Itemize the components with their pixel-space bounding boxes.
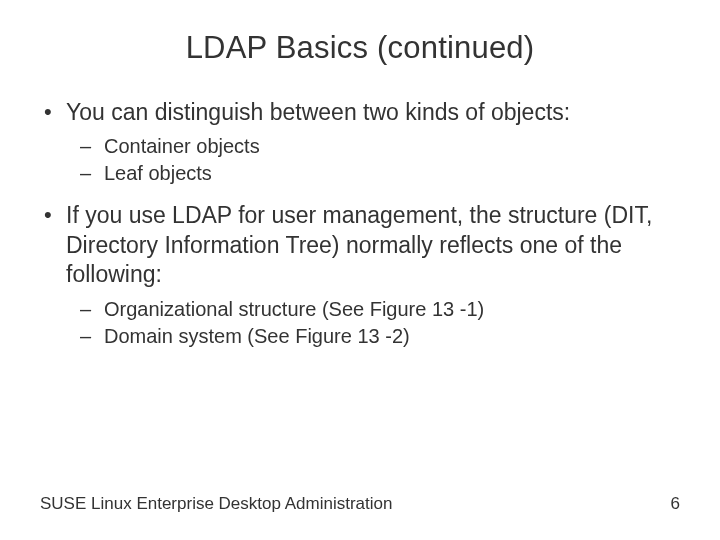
sub-bullet-list: Organizational structure (See Figure 13 …: [66, 296, 680, 350]
sub-bullet-text: Organizational structure (See Figure 13 …: [104, 298, 484, 320]
sub-bullet-text: Leaf objects: [104, 162, 212, 184]
bullet-list: You can distinguish between two kinds of…: [40, 98, 680, 350]
sub-bullet-text: Domain system (See Figure 13 -2): [104, 325, 410, 347]
bullet-item: If you use LDAP for user management, the…: [40, 201, 680, 349]
bullet-item: You can distinguish between two kinds of…: [40, 98, 680, 187]
footer-left-text: SUSE Linux Enterprise Desktop Administra…: [40, 494, 392, 514]
page-number: 6: [671, 494, 680, 514]
slide-title: LDAP Basics (continued): [0, 0, 720, 76]
sub-bullet-item: Leaf objects: [76, 160, 680, 187]
sub-bullet-list: Container objects Leaf objects: [66, 133, 680, 187]
sub-bullet-item: Container objects: [76, 133, 680, 160]
bullet-text: You can distinguish between two kinds of…: [66, 99, 570, 125]
slide: LDAP Basics (continued) You can distingu…: [0, 0, 720, 540]
slide-footer: SUSE Linux Enterprise Desktop Administra…: [40, 494, 680, 514]
slide-content: You can distinguish between two kinds of…: [0, 76, 720, 350]
sub-bullet-text: Container objects: [104, 135, 260, 157]
bullet-text: If you use LDAP for user management, the…: [66, 202, 652, 287]
sub-bullet-item: Organizational structure (See Figure 13 …: [76, 296, 680, 323]
sub-bullet-item: Domain system (See Figure 13 -2): [76, 323, 680, 350]
